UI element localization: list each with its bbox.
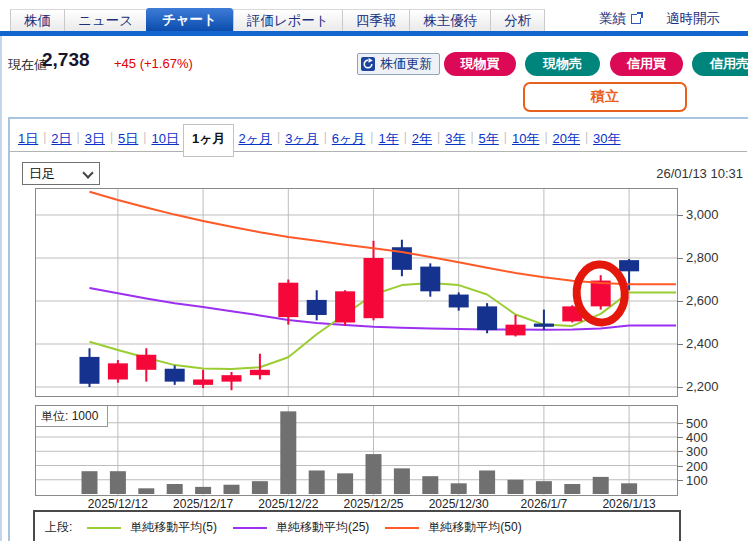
price-axis-tick: 2,600 — [686, 293, 719, 308]
volume-axis-tick: 300 — [686, 444, 708, 459]
candle — [250, 354, 270, 380]
candle — [307, 290, 327, 320]
legend-label: 単純移動平均(25) — [276, 519, 369, 536]
volume-bar — [394, 468, 410, 494]
period-tab-10年[interactable]: 10年 — [512, 130, 539, 148]
volume-bar — [252, 481, 268, 494]
legend-line-swatch — [87, 527, 121, 529]
volume-bar — [280, 411, 296, 494]
price-axis-tickmark — [677, 301, 683, 302]
candle — [392, 240, 412, 277]
period-separator: | — [437, 130, 440, 144]
volume-bar — [337, 473, 353, 494]
x-axis-date-label: 2025/12/30 — [414, 497, 504, 511]
tsumitate-button[interactable]: 積立 — [523, 82, 687, 112]
volume-bar — [508, 480, 524, 494]
candle — [506, 315, 526, 337]
nav-link-gyoseki[interactable]: 業績 — [599, 10, 641, 28]
volume-chart-svg — [36, 406, 677, 495]
period-separator: | — [370, 130, 373, 144]
legend-item: 単純移動平均(25) — [233, 519, 369, 536]
period-separator: | — [143, 130, 146, 144]
price-chart-svg — [36, 189, 677, 396]
sell-cash-button[interactable]: 現物売 — [525, 52, 600, 76]
x-axis-date-label: 2025/12/22 — [243, 497, 333, 511]
sell-margin-button[interactable]: 信用売 — [692, 52, 748, 76]
nav-tab-bar: 株価ニュースチャート評価レポート四季報株主優待分析 — [10, 8, 545, 31]
price-axis-tickmark — [677, 344, 683, 345]
x-axis-date-label: 2026/1/13 — [584, 497, 674, 511]
nav-tab-rating-report[interactable]: 評価レポート — [233, 9, 342, 31]
refresh-quote-button[interactable]: 株価更新 — [357, 53, 440, 75]
candle — [477, 303, 497, 333]
volume-bar — [593, 477, 609, 494]
volume-axis-tickmark — [677, 423, 683, 424]
volume-bar — [536, 481, 552, 494]
page-left-border — [0, 36, 2, 541]
period-tab-2年[interactable]: 2年 — [412, 130, 432, 148]
volume-bar — [564, 484, 580, 494]
period-tab-2ヶ月[interactable]: 2ヶ月 — [238, 130, 272, 148]
period-tab-3年[interactable]: 3年 — [445, 130, 465, 148]
price-axis-tick: 2,400 — [686, 336, 719, 351]
volume-bar — [138, 488, 154, 494]
volume-chart — [35, 405, 678, 496]
price-change: +45 (+1.67%) — [114, 56, 193, 71]
x-axis-date-label: 2025/12/12 — [73, 497, 163, 511]
nav-tab-news[interactable]: ニュース — [64, 9, 146, 31]
buy-cash-button[interactable]: 現物買 — [444, 52, 516, 76]
period-tab-3日[interactable]: 3日 — [85, 130, 105, 148]
nav-tab-shikiho[interactable]: 四季報 — [342, 9, 410, 31]
candle — [165, 366, 185, 385]
current-price-value: 2,738 — [42, 49, 90, 71]
period-tab-10日[interactable]: 10日 — [151, 130, 178, 148]
period-tab-1ヶ月[interactable]: 1ヶ月 — [183, 124, 235, 157]
period-tab-30年[interactable]: 30年 — [593, 130, 620, 148]
nav-tab-chart[interactable]: チャート — [146, 8, 233, 31]
period-tab-2日[interactable]: 2日 — [51, 130, 71, 148]
volume-axis-tickmark — [677, 466, 683, 467]
volume-bar — [479, 470, 495, 494]
candle — [335, 290, 355, 325]
price-axis-tickmark — [677, 215, 683, 216]
volume-axis-tick: 500 — [686, 416, 708, 431]
period-tab-6ヶ月[interactable]: 6ヶ月 — [332, 130, 366, 148]
nav-link-tekiji-kaiji[interactable]: 適時開示 — [666, 10, 720, 28]
period-separator: | — [77, 130, 80, 144]
external-link-icon — [631, 14, 641, 24]
candle — [80, 348, 100, 387]
volume-bar — [621, 483, 637, 494]
nav-tab-shareholder-benefit[interactable]: 株主優待 — [409, 9, 490, 31]
period-separator: | — [504, 130, 507, 144]
volume-bar — [451, 483, 467, 494]
legend-line-swatch — [233, 527, 267, 529]
nav-accent-strip — [0, 31, 748, 36]
buy-margin-button[interactable]: 信用買 — [610, 52, 683, 76]
volume-bar — [366, 454, 382, 494]
volume-bar — [422, 476, 438, 494]
period-tab-1年[interactable]: 1年 — [378, 130, 398, 148]
chart-type-select[interactable]: 日足 — [22, 162, 100, 185]
nav-tab-analysis[interactable]: 分析 — [490, 9, 545, 31]
period-tab-3ヶ月[interactable]: 3ヶ月 — [285, 130, 319, 148]
period-tab-5日[interactable]: 5日 — [118, 130, 138, 148]
legend-item: 単純移動平均(5) — [87, 519, 217, 536]
refresh-quote-label: 株価更新 — [380, 55, 432, 73]
period-tab-5年[interactable]: 5年 — [479, 130, 499, 148]
volume-axis-tickmark — [677, 451, 683, 452]
period-tab-1日[interactable]: 1日 — [18, 130, 38, 148]
candle — [193, 370, 213, 388]
price-axis-tick: 2,200 — [686, 379, 719, 394]
volume-axis-tick: 200 — [686, 459, 708, 474]
legend-prefix: 上段: — [45, 519, 72, 536]
refresh-icon — [361, 57, 375, 71]
candle — [449, 292, 469, 310]
x-axis-date-label: 2026/1/7 — [499, 497, 589, 511]
nav-tab-stock-price[interactable]: 株価 — [10, 9, 64, 31]
legend-items: 単純移動平均(5)単純移動平均(25)単純移動平均(50) — [87, 518, 521, 536]
volume-axis-tickmark — [677, 437, 683, 438]
chevron-down-icon — [82, 167, 93, 178]
volume-axis-tick: 100 — [686, 473, 708, 488]
period-tab-20年[interactable]: 20年 — [553, 130, 580, 148]
candle — [534, 310, 554, 330]
